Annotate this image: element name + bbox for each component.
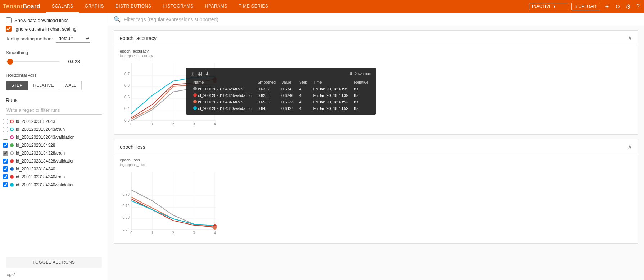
chart-icon[interactable]: ▦ <box>198 71 202 76</box>
nav-hparams[interactable]: HPARAMS <box>199 0 233 13</box>
chart-tooltip: ⊞ ▦ ⬇ ⬇ Download Name Smoothed Value Ste… <box>186 68 376 115</box>
runs-label: Runs <box>6 97 102 103</box>
refresh-icon[interactable]: ↻ <box>614 2 621 12</box>
show-download-row[interactable]: Show data download links <box>6 17 102 23</box>
svg-text:3: 3 <box>193 122 195 126</box>
run-dot <box>10 143 14 147</box>
tooltip-dot <box>193 100 197 103</box>
chevron-down-icon: ▾ <box>553 4 555 9</box>
tooltip-col-time: Time <box>310 79 351 86</box>
tooltip-cell-value: 0.6427 <box>278 105 296 112</box>
run-checkbox[interactable] <box>3 182 8 187</box>
smoothing-value-input[interactable] <box>63 58 81 65</box>
haxis-buttons: STEP RELATIVE WALL <box>6 81 102 90</box>
tooltip-cell-step: 4 <box>296 92 310 99</box>
epoch-loss-title: epoch_loss <box>120 144 145 150</box>
tooltip-sorting-select[interactable]: default ascending descending nearest <box>56 35 90 43</box>
run-checkbox[interactable] <box>3 174 8 179</box>
tooltip-cell-value: 0.6246 <box>278 92 296 99</box>
nav-graphs[interactable]: GRAPHS <box>79 0 110 13</box>
svg-text:0.72: 0.72 <box>123 204 130 208</box>
run-item[interactable]: id_20012023182043/validation <box>3 133 105 141</box>
haxis-wall-button[interactable]: WALL <box>59 81 81 90</box>
settings-icon[interactable]: ⚙ <box>624 2 632 12</box>
run-checkbox[interactable] <box>3 119 8 124</box>
nav-distributions[interactable]: DISTRIBUTIONS <box>110 0 157 13</box>
svg-text:3: 3 <box>193 231 195 235</box>
epoch-loss-section: epoch_loss ∧ epoch_loss tag: epoch_loss … <box>114 139 638 244</box>
epoch-loss-collapse[interactable]: ∧ <box>627 143 632 151</box>
download-icon[interactable]: ⬇ <box>205 71 209 76</box>
run-item[interactable]: id_20012023184328 <box>3 141 105 149</box>
tooltip-toolbar: ⊞ ▦ ⬇ ⬇ Download <box>190 71 371 76</box>
run-item[interactable]: id_20012023184340/train <box>3 173 105 181</box>
run-item[interactable]: id_20012023184340 <box>3 165 105 173</box>
run-item[interactable]: id_20012023184340/validation <box>3 181 105 189</box>
ignore-outliers-checkbox[interactable] <box>6 26 12 32</box>
tooltip-col-value: Value <box>278 79 296 86</box>
epoch-loss-chart[interactable]: 0.64 0.68 0.72 0.76 0 1 2 3 4 <box>117 168 221 240</box>
toggle-all-runs-button[interactable]: TOGGLE ALL RUNS <box>6 257 102 268</box>
tooltip-cell-smoothed: 0.6352 <box>255 86 278 92</box>
ignore-outliers-row[interactable]: Ignore outliers in chart scaling <box>6 26 102 32</box>
download-label[interactable]: ⬇ Download <box>349 71 371 76</box>
pin-icon[interactable]: ⊞ <box>190 71 195 76</box>
help-icon[interactable]: ? <box>635 2 641 11</box>
brand-logo: TensorBoard <box>3 3 40 10</box>
epoch-accuracy-title: epoch_accuracy <box>120 35 157 41</box>
run-item[interactable]: id_20012023184328/train <box>3 149 105 157</box>
run-checkbox[interactable] <box>3 151 8 156</box>
tooltip-row: id_20012023184340/validation 0.643 0.642… <box>190 105 371 112</box>
run-checkbox[interactable] <box>3 135 8 140</box>
epoch-accuracy-body: epoch_accuracy tag: epoch_accuracy 0.3 0… <box>114 46 638 134</box>
tooltip-cell-name: id_20012023184328/validation <box>190 92 255 99</box>
tooltip-col-relative: Relative <box>351 79 371 86</box>
sidebar-options: Show data download links Ignore outliers… <box>0 13 108 47</box>
run-dot <box>10 167 14 171</box>
svg-text:0: 0 <box>130 231 132 235</box>
run-item[interactable]: id_20012023182043/train <box>3 125 105 133</box>
run-name: id_20012023182043/train <box>16 127 65 132</box>
nav-items: SCALARS GRAPHS DISTRIBUTIONS HISTOGRAMS … <box>46 0 274 13</box>
runs-filter-input[interactable] <box>6 106 102 115</box>
run-item[interactable]: id_20012023182043 <box>3 117 105 125</box>
epoch-loss-header: epoch_loss ∧ <box>114 139 638 155</box>
tooltip-cell-time: Fri Jan 20, 18:43:52 <box>310 105 351 112</box>
inactive-select[interactable]: INACTIVE ▾ <box>529 3 568 10</box>
run-checkbox[interactable] <box>3 159 8 164</box>
tooltip-cell-relative: 8s <box>351 92 371 99</box>
tooltip-table: Name Smoothed Value Step Time Relative <box>190 79 371 112</box>
run-checkbox[interactable] <box>3 127 8 132</box>
tooltip-cell-value: 0.6533 <box>278 99 296 105</box>
smoothing-slider[interactable] <box>6 61 60 62</box>
tooltip-cell-step: 4 <box>296 105 310 112</box>
tooltip-cell-name: id_20012023184340/train <box>190 99 255 105</box>
svg-text:4: 4 <box>214 122 216 126</box>
sidebar: Show data download links Ignore outliers… <box>0 13 108 280</box>
svg-text:0: 0 <box>130 122 132 126</box>
tooltip-col-name: Name <box>190 79 255 86</box>
svg-text:0.4: 0.4 <box>124 107 130 111</box>
tooltip-cell-value: 0.634 <box>278 86 296 92</box>
haxis-step-button[interactable]: STEP <box>6 81 28 90</box>
run-dot <box>10 175 14 179</box>
run-item[interactable]: id_20012023184328/validation <box>3 157 105 165</box>
app-layout: Show data download links Ignore outliers… <box>0 13 644 280</box>
upload-button[interactable]: ℹ UPLOAD <box>571 3 600 10</box>
nav-histograms[interactable]: HISTOGRAMS <box>157 0 199 13</box>
haxis-section: Horizontal Axis STEP RELATIVE WALL <box>0 70 108 94</box>
haxis-relative-button[interactable]: RELATIVE <box>28 81 59 90</box>
run-checkbox[interactable] <box>3 166 8 172</box>
filter-input[interactable] <box>124 17 638 22</box>
smoothing-section: Smoothing <box>0 47 108 70</box>
run-name: id_20012023184340/train <box>16 174 65 179</box>
show-download-checkbox[interactable] <box>6 17 12 23</box>
brightness-icon[interactable]: ☀ <box>603 2 611 12</box>
epoch-accuracy-collapse[interactable]: ∧ <box>627 34 632 42</box>
tooltip-cell-relative: 8s <box>351 86 371 92</box>
run-checkbox[interactable] <box>3 143 8 148</box>
nav-time-series[interactable]: TIME SERIES <box>233 0 274 13</box>
tooltip-cell-step: 4 <box>296 86 310 92</box>
nav-scalars[interactable]: SCALARS <box>46 0 79 13</box>
run-list: id_20012023182043 id_20012023182043/trai… <box>0 116 108 254</box>
